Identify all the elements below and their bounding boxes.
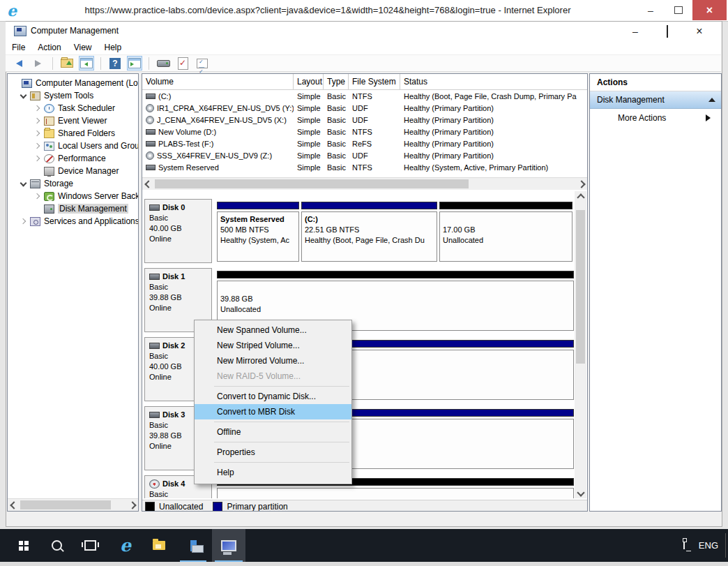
window-restore-button[interactable] xyxy=(660,26,675,37)
partition-unallocated[interactable]: 17.00 GBUnallocated xyxy=(439,202,572,262)
tree-horizontal-scrollbar[interactable] xyxy=(8,498,138,511)
taskbar-server-manager[interactable] xyxy=(177,529,209,562)
browser-close-button[interactable]: × xyxy=(692,0,727,20)
volume-row-z[interactable]: SSS_X64FREV_EN-US_DV9 (Z:) SimpleBasic U… xyxy=(142,149,588,161)
scroll-up-arrow[interactable] xyxy=(575,191,586,203)
scroll-right-arrow[interactable] xyxy=(126,499,138,511)
menu-view[interactable]: View xyxy=(68,43,98,52)
window-minimize-button[interactable]: – xyxy=(628,26,643,37)
disk-0-label[interactable]: Disk 0 Basic40.00 GBOnline xyxy=(144,199,212,263)
collapse-icon[interactable] xyxy=(708,94,715,102)
chevron-right-icon[interactable] xyxy=(33,141,43,151)
unallocated-band xyxy=(439,202,572,209)
scrollbar-thumb[interactable] xyxy=(576,210,585,364)
console-tree-toggle-button[interactable] xyxy=(79,56,94,70)
tree-item-device-manager[interactable]: Device Manager xyxy=(8,165,139,177)
chevron-down-icon[interactable] xyxy=(19,179,29,188)
forward-button[interactable] xyxy=(31,56,46,70)
volume-list-horizontal-scrollbar[interactable] xyxy=(142,177,587,190)
menu-item-offline[interactable]: Offline xyxy=(195,424,351,440)
column-file-system[interactable]: File System xyxy=(349,74,400,89)
menu-item-new-spanned-volume[interactable]: New Spanned Volume... xyxy=(195,322,351,338)
language-indicator[interactable]: ENG xyxy=(699,529,718,562)
disk-area-vertical-scrollbar[interactable] xyxy=(575,191,586,498)
back-button[interactable] xyxy=(11,56,26,70)
menu-item-new-striped-volume[interactable]: New Striped Volume... xyxy=(195,338,351,353)
volume-row-f[interactable]: PLABS-Test (F:) SimpleBasic ReFSHealthy … xyxy=(142,137,588,149)
network-icon xyxy=(683,539,685,549)
column-status[interactable]: Status xyxy=(400,74,588,89)
forward-icon xyxy=(35,60,45,67)
scrollbar-thumb[interactable] xyxy=(20,500,111,509)
browser-minimize-button[interactable]: – xyxy=(637,0,665,20)
partition-c-drive[interactable]: (C:) 22.51 GB NTFSHealthy (Boot, Page Fi… xyxy=(301,202,437,262)
tree-item-disk-management[interactable]: Disk Management xyxy=(8,202,139,215)
partition-system-reserved[interactable]: System Reserved 500 MB NTFSHealthy (Syst… xyxy=(217,202,299,262)
tree-item-computer-management[interactable]: Computer Management (Local) xyxy=(8,77,139,89)
tree-item-system-tools[interactable]: System Tools xyxy=(8,89,139,102)
disk-tool-button[interactable] xyxy=(156,56,171,70)
scroll-down-arrow[interactable] xyxy=(575,486,586,498)
browser-maximize-button[interactable] xyxy=(665,0,692,20)
menu-item-convert-to-dynamic-disk[interactable]: Convert to Dynamic Disk... xyxy=(195,389,351,404)
chevron-right-icon[interactable] xyxy=(19,216,29,226)
disk-0-row: Disk 0 Basic40.00 GBOnline System Reserv… xyxy=(144,197,574,265)
action-pane-toggle-button[interactable] xyxy=(127,56,142,70)
scroll-left-arrow[interactable] xyxy=(142,178,154,190)
tree-item-performance[interactable]: Performance xyxy=(8,152,139,165)
volume-row-system-reserved[interactable]: System Reserved SimpleBasic NTFSHealthy … xyxy=(142,161,588,173)
actions-panel: Actions Disk Management More Actions xyxy=(589,73,722,512)
tree-item-storage[interactable]: Storage xyxy=(8,177,139,190)
menu-item-new-mirrored-volume[interactable]: New Mirrored Volume... xyxy=(195,353,351,368)
export-list-button[interactable] xyxy=(59,56,75,70)
chevron-right-icon[interactable] xyxy=(33,128,43,138)
tree-item-local-users-groups[interactable]: Local Users and Groups xyxy=(8,140,139,152)
menu-item-help[interactable]: Help xyxy=(195,465,351,480)
volume-row-x[interactable]: J_CENA_X64FREV_EN-US_DV5 (X:) SimpleBasi… xyxy=(142,114,588,126)
chevron-right-icon[interactable] xyxy=(33,191,43,201)
task-view-button[interactable] xyxy=(74,529,106,562)
window-close-button[interactable]: × xyxy=(692,25,707,38)
help-button[interactable]: ? xyxy=(107,56,123,70)
taskbar-file-explorer[interactable] xyxy=(143,529,175,562)
chevron-right-icon[interactable] xyxy=(33,103,43,113)
volume-cd-icon xyxy=(146,116,154,124)
chevron-right-icon[interactable] xyxy=(33,116,43,126)
internet-explorer-icon: e xyxy=(120,537,131,554)
chevron-right-icon[interactable] xyxy=(33,154,43,163)
chevron-down-icon[interactable] xyxy=(19,91,29,100)
tree-item-services-applications[interactable]: Services and Applications xyxy=(8,215,139,228)
show-desktop-button[interactable] xyxy=(725,533,726,558)
check-document-icon: ✓ xyxy=(178,57,188,70)
scrollbar-thumb[interactable] xyxy=(155,179,469,188)
volume-row-c[interactable]: (C:) SimpleBasic NTFSHealthy (Boot, Page… xyxy=(142,90,588,102)
window-titlebar[interactable]: Computer Management – × xyxy=(6,22,721,40)
actions-group-disk-management[interactable]: Disk Management xyxy=(590,91,721,109)
menu-item-properties[interactable]: Properties xyxy=(195,445,351,460)
scroll-left-arrow[interactable] xyxy=(8,499,20,511)
scroll-right-arrow[interactable] xyxy=(575,178,587,190)
volume-row-d[interactable]: New Volume (D:) SimpleBasic NTFSHealthy … xyxy=(142,126,588,137)
volume-row-y[interactable]: IR1_CPRA_X64FREV_EN-US_DV5 (Y:) SimpleBa… xyxy=(142,102,588,114)
tree-item-shared-folders[interactable]: Shared Folders xyxy=(8,127,139,140)
tree-item-windows-server-backup[interactable]: Windows Server Backup xyxy=(8,190,139,202)
console-tree-icon xyxy=(80,58,93,68)
check-disk-button[interactable]: ✓ xyxy=(175,56,190,70)
more-actions-item[interactable]: More Actions xyxy=(590,109,721,127)
column-type[interactable]: Type xyxy=(324,74,349,89)
network-status-button[interactable] xyxy=(683,540,685,549)
menu-help[interactable]: Help xyxy=(98,43,128,52)
menu-item-convert-to-mbr-disk[interactable]: Convert to MBR Disk xyxy=(195,404,351,419)
windows-logo-icon xyxy=(19,541,23,545)
menu-file[interactable]: File xyxy=(6,43,31,52)
start-button[interactable] xyxy=(7,529,39,562)
taskbar-internet-explorer[interactable]: e xyxy=(109,529,142,562)
column-layout[interactable]: Layout xyxy=(294,74,324,89)
tree-item-event-viewer[interactable]: Event Viewer xyxy=(8,114,139,127)
tree-item-task-scheduler[interactable]: Task Scheduler xyxy=(8,102,139,114)
taskbar-computer-management[interactable] xyxy=(212,529,245,562)
column-volume[interactable]: Volume xyxy=(142,74,294,89)
menu-action[interactable]: Action xyxy=(31,43,67,52)
task-list-button[interactable]: ✓—✓— xyxy=(195,56,210,70)
search-button[interactable] xyxy=(40,529,73,562)
